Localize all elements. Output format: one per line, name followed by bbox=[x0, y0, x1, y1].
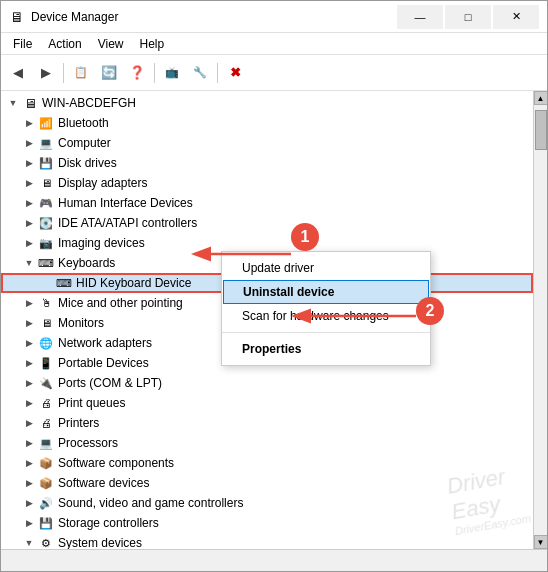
storage-icon: 💾 bbox=[37, 514, 55, 532]
toolbar-divider-1 bbox=[63, 63, 64, 83]
processors-label: Processors bbox=[58, 436, 118, 450]
expand-sound[interactable]: ▶ bbox=[21, 495, 37, 511]
tools-button[interactable]: 🔧 bbox=[187, 60, 213, 86]
expand-sw-devices[interactable]: ▶ bbox=[21, 475, 37, 491]
bluetooth-icon: 📶 bbox=[37, 114, 55, 132]
expand-imaging[interactable]: ▶ bbox=[21, 235, 37, 251]
processors-icon: 💻 bbox=[37, 434, 55, 452]
scroll-thumb[interactable] bbox=[535, 110, 547, 150]
hid-keyboard-icon: ⌨ bbox=[55, 274, 73, 292]
tree-item-sw-components[interactable]: ▶ 📦 Software components bbox=[1, 453, 533, 473]
context-menu-properties[interactable]: Properties bbox=[222, 337, 430, 361]
annotation-1: 1 bbox=[291, 223, 319, 251]
tree-item-storage[interactable]: ▶ 💾 Storage controllers bbox=[1, 513, 533, 533]
expand-portable[interactable]: ▶ bbox=[21, 355, 37, 371]
tree-item-print-queues[interactable]: ▶ 🖨 Print queues bbox=[1, 393, 533, 413]
display-button[interactable]: 📺 bbox=[159, 60, 185, 86]
context-menu-scan-hardware[interactable]: Scan for hardware changes bbox=[222, 304, 430, 328]
menu-bar: File Action View Help bbox=[1, 33, 547, 55]
expand-sw-components[interactable]: ▶ bbox=[21, 455, 37, 471]
expand-ide[interactable]: ▶ bbox=[21, 215, 37, 231]
expand-disk[interactable]: ▶ bbox=[21, 155, 37, 171]
expand-network[interactable]: ▶ bbox=[21, 335, 37, 351]
hid-icon: 🎮 bbox=[37, 194, 55, 212]
status-bar bbox=[1, 549, 547, 571]
expand-root[interactable]: ▼ bbox=[5, 95, 21, 111]
tree-item-system[interactable]: ▼ ⚙ System devices bbox=[1, 533, 533, 549]
keyboards-icon: ⌨ bbox=[37, 254, 55, 272]
storage-label: Storage controllers bbox=[58, 516, 159, 530]
tree-item-sound[interactable]: ▶ 🔊 Sound, video and game controllers bbox=[1, 493, 533, 513]
computer-label: Computer bbox=[58, 136, 111, 150]
minimize-button[interactable]: — bbox=[397, 5, 443, 29]
menu-view[interactable]: View bbox=[90, 35, 132, 53]
hid-keyboard-label: HID Keyboard Device bbox=[76, 276, 191, 290]
root-label: WIN-ABCDEFGH bbox=[42, 96, 136, 110]
help-button[interactable]: ❓ bbox=[124, 60, 150, 86]
context-menu-update-driver[interactable]: Update driver bbox=[222, 256, 430, 280]
tree-item-bluetooth[interactable]: ▶ 📶 Bluetooth bbox=[1, 113, 533, 133]
maximize-button[interactable]: □ bbox=[445, 5, 491, 29]
context-menu-uninstall-device[interactable]: Uninstall device bbox=[223, 280, 429, 304]
print-queues-icon: 🖨 bbox=[37, 394, 55, 412]
window-title: Device Manager bbox=[31, 10, 397, 24]
scrollbar[interactable]: ▲ ▼ bbox=[533, 91, 547, 549]
bluetooth-label: Bluetooth bbox=[58, 116, 109, 130]
expand-computer[interactable]: ▶ bbox=[21, 135, 37, 151]
tree-item-printers[interactable]: ▶ 🖨 Printers bbox=[1, 413, 533, 433]
expand-bluetooth[interactable]: ▶ bbox=[21, 115, 37, 131]
expand-mice[interactable]: ▶ bbox=[21, 295, 37, 311]
tree-item-disk-drives[interactable]: ▶ 💾 Disk drives bbox=[1, 153, 533, 173]
tree-root[interactable]: ▼ 🖥 WIN-ABCDEFGH bbox=[1, 93, 533, 113]
sw-devices-icon: 📦 bbox=[37, 474, 55, 492]
expand-ports[interactable]: ▶ bbox=[21, 375, 37, 391]
sw-components-icon: 📦 bbox=[37, 454, 55, 472]
imaging-label: Imaging devices bbox=[58, 236, 145, 250]
expand-display[interactable]: ▶ bbox=[21, 175, 37, 191]
expand-storage[interactable]: ▶ bbox=[21, 515, 37, 531]
refresh-button[interactable]: 🔄 bbox=[96, 60, 122, 86]
tree-item-imaging[interactable]: ▶ 📷 Imaging devices bbox=[1, 233, 533, 253]
context-menu: Update driver Uninstall device Scan for … bbox=[221, 251, 431, 366]
system-label: System devices bbox=[58, 536, 142, 549]
menu-action[interactable]: Action bbox=[40, 35, 89, 53]
menu-file[interactable]: File bbox=[5, 35, 40, 53]
close-button[interactable]: ✕ bbox=[493, 5, 539, 29]
sw-devices-label: Software devices bbox=[58, 476, 149, 490]
tree-item-processors[interactable]: ▶ 💻 Processors bbox=[1, 433, 533, 453]
tree-item-computer[interactable]: ▶ 💻 Computer bbox=[1, 133, 533, 153]
scroll-down[interactable]: ▼ bbox=[534, 535, 548, 549]
annotation-2: 2 bbox=[416, 297, 444, 325]
expand-keyboards[interactable]: ▼ bbox=[21, 255, 37, 271]
tree-item-ports[interactable]: ▶ 🔌 Ports (COM & LPT) bbox=[1, 373, 533, 393]
window-icon: 🖥 bbox=[9, 9, 25, 25]
ide-label: IDE ATA/ATAPI controllers bbox=[58, 216, 197, 230]
scroll-up[interactable]: ▲ bbox=[534, 91, 548, 105]
expand-printers[interactable]: ▶ bbox=[21, 415, 37, 431]
window-controls: — □ ✕ bbox=[397, 5, 539, 29]
properties-button[interactable]: 📋 bbox=[68, 60, 94, 86]
tree-item-sw-devices[interactable]: ▶ 📦 Software devices bbox=[1, 473, 533, 493]
back-button[interactable]: ◀ bbox=[5, 60, 31, 86]
expand-monitors[interactable]: ▶ bbox=[21, 315, 37, 331]
tree-item-display[interactable]: ▶ 🖥 Display adapters bbox=[1, 173, 533, 193]
portable-icon: 📱 bbox=[37, 354, 55, 372]
expand-system[interactable]: ▼ bbox=[21, 535, 37, 549]
mice-icon: 🖱 bbox=[37, 294, 55, 312]
expand-hid[interactable]: ▶ bbox=[21, 195, 37, 211]
forward-button[interactable]: ▶ bbox=[33, 60, 59, 86]
display-label: Display adapters bbox=[58, 176, 147, 190]
disk-icon: 💾 bbox=[37, 154, 55, 172]
remove-button[interactable]: ✖ bbox=[222, 60, 248, 86]
ports-label: Ports (COM & LPT) bbox=[58, 376, 162, 390]
expand-processors[interactable]: ▶ bbox=[21, 435, 37, 451]
toolbar-divider-2 bbox=[154, 63, 155, 83]
network-icon: 🌐 bbox=[37, 334, 55, 352]
tree-item-hid[interactable]: ▶ 🎮 Human Interface Devices bbox=[1, 193, 533, 213]
portable-label: Portable Devices bbox=[58, 356, 149, 370]
menu-help[interactable]: Help bbox=[132, 35, 173, 53]
ide-icon: 💽 bbox=[37, 214, 55, 232]
tree-item-ide[interactable]: ▶ 💽 IDE ATA/ATAPI controllers bbox=[1, 213, 533, 233]
sw-components-label: Software components bbox=[58, 456, 174, 470]
expand-print-queues[interactable]: ▶ bbox=[21, 395, 37, 411]
